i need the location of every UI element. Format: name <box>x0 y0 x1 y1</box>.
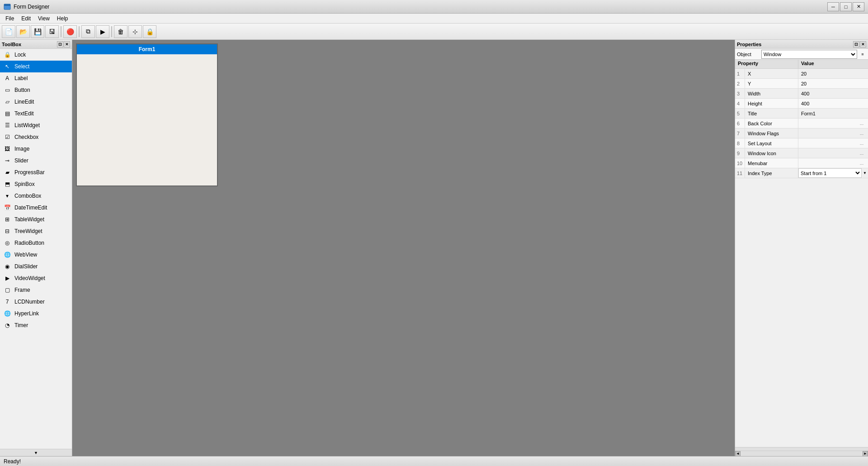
props-index-type-select[interactable]: Start from 1Start from 0 <box>798 168 862 178</box>
toolbox-item-videowidget[interactable]: ▶VideoWidget <box>0 272 72 284</box>
props-row-edit-btn-window-icon[interactable]: … <box>858 148 865 158</box>
toolbox-float-button[interactable]: ⊡ <box>57 41 63 48</box>
props-row-edit-btn-set-layout[interactable]: … <box>858 138 865 148</box>
toolbox-item-slider[interactable]: ⊸Slider <box>0 155 72 166</box>
toolbox-item-select[interactable]: ↖Select <box>0 61 72 72</box>
open-toolbar-button[interactable]: 📂 <box>16 25 30 38</box>
props-row-name-title: Title <box>745 109 798 118</box>
run-toolbar-button[interactable]: ▶ <box>96 25 109 38</box>
props-row-value-menubar[interactable]: … <box>798 158 868 168</box>
hyperlink-icon: 🌐 <box>4 310 11 317</box>
save-as-toolbar-button[interactable]: 💾 <box>31 25 44 38</box>
props-row-edit-btn-back-color[interactable]: … <box>858 119 865 128</box>
frame-icon: ▢ <box>4 286 11 294</box>
props-row-edit-btn-menubar[interactable]: … <box>858 158 865 168</box>
toolbox-item-label-datetimeedit: DateTimeEdit <box>14 204 47 211</box>
stop-toolbar-button[interactable]: 🔴 <box>63 25 77 38</box>
datetimeedit-icon: 📅 <box>4 204 11 211</box>
delete-toolbar-button[interactable]: 🗑 <box>114 25 127 38</box>
props-object-menu-btn[interactable]: ≡ <box>859 50 866 59</box>
menu-item-view[interactable]: View <box>34 14 53 23</box>
toolbox-item-checkbox[interactable]: ☑Checkbox <box>0 131 72 143</box>
form-body[interactable] <box>77 54 217 185</box>
toolbox-item-label-lock: Lock <box>14 52 26 58</box>
menu-item-edit[interactable]: Edit <box>18 14 34 23</box>
toolbox-item-hyperlink[interactable]: 🌐HyperLink <box>0 308 72 319</box>
toolbox-title: ToolBox <box>2 42 21 47</box>
select-toolbar-button[interactable]: ⊹ <box>128 25 142 38</box>
props-close-button[interactable]: ✕ <box>860 41 866 48</box>
props-value-text-x: 20 <box>801 71 807 76</box>
save-toolbar-button[interactable]: 🖫 <box>45 25 59 38</box>
toolbox-list: 🔒Lock↖SelectALabel▭Button▱LineEdit▤TextE… <box>0 49 72 449</box>
props-row-value-back-color[interactable]: … <box>798 119 868 128</box>
props-row-name-back-color: Back Color <box>745 119 798 128</box>
toolbox-scroll-down[interactable]: ▼ <box>0 449 72 456</box>
toolbox-item-button[interactable]: ▭Button <box>0 84 72 96</box>
toolbox-item-lineedit[interactable]: ▱LineEdit <box>0 96 72 108</box>
menu-item-file[interactable]: File <box>2 14 18 23</box>
toolbox-item-label-dialslider: DialSlider <box>14 263 38 270</box>
props-row-num-9: 9 <box>735 148 745 158</box>
props-object-row: Object Window ≡ <box>735 49 868 60</box>
toolbox-item-label[interactable]: ALabel <box>0 72 72 84</box>
progressbar-icon: ▰ <box>4 169 11 176</box>
props-hscroll-left[interactable]: ◄ <box>735 451 741 456</box>
toolbox-item-dialslider[interactable]: ◉DialSlider <box>0 261 72 272</box>
props-scroll-area[interactable] <box>735 447 868 451</box>
props-hscroll[interactable]: ◄ ► <box>735 451 868 456</box>
props-row-value-set-layout[interactable]: … <box>798 138 868 148</box>
props-row-name-menubar: Menubar <box>745 158 798 168</box>
canvas-area[interactable]: Form1 <box>72 40 735 456</box>
toolbox-item-image[interactable]: 🖼Image <box>0 143 72 155</box>
props-hscroll-right[interactable]: ► <box>863 451 868 456</box>
new-toolbar-button[interactable]: 📄 <box>2 25 15 38</box>
props-row-num-2: 2 <box>735 79 745 88</box>
props-row-value-window-flags[interactable]: … <box>798 128 868 138</box>
toolbox-item-label-webview: WebView <box>14 252 37 258</box>
toolbox-item-treewidget[interactable]: ⊟TreeWidget <box>0 225 72 237</box>
toolbox-item-textedit[interactable]: ▤TextEdit <box>0 108 72 119</box>
toolbox-item-label-hyperlink: HyperLink <box>14 310 39 317</box>
select-icon: ↖ <box>4 63 11 70</box>
toolbox-item-label-textedit: TextEdit <box>14 110 34 117</box>
props-value-text-title: Form1 <box>801 111 816 116</box>
toolbox-item-lock[interactable]: 🔒Lock <box>0 49 72 61</box>
props-row-name-set-layout: Set Layout <box>745 138 798 148</box>
toolbox-item-lcdnumber[interactable]: 7LCDNumber <box>0 296 72 308</box>
props-float-button[interactable]: ⊡ <box>853 41 859 48</box>
toolbox-item-frame[interactable]: ▢Frame <box>0 284 72 296</box>
toolbox-item-timer[interactable]: ◔Timer <box>0 319 72 331</box>
toolbox-item-datetimeedit[interactable]: 📅DateTimeEdit <box>0 202 72 214</box>
props-row-name-y: Y <box>745 79 798 88</box>
menu-item-help[interactable]: Help <box>53 14 72 23</box>
toolbox-item-combobox[interactable]: ▾ComboBox <box>0 190 72 202</box>
form-window[interactable]: Form1 <box>76 43 218 186</box>
props-row-name-height: Height <box>745 99 798 108</box>
props-index-type-dropdown-btn[interactable]: ▼ <box>862 168 868 178</box>
maximize-button[interactable]: □ <box>840 2 852 11</box>
app-icon <box>4 3 11 10</box>
toolbox-item-listwidget[interactable]: ☰ListWidget <box>0 119 72 131</box>
close-button[interactable]: ✕ <box>853 2 864 11</box>
props-row-width: 3Width400 <box>735 89 868 99</box>
toolbox-item-radiobutton[interactable]: ◎RadioButton <box>0 237 72 249</box>
timer-icon: ◔ <box>4 322 11 329</box>
toolbox-close-button[interactable]: ✕ <box>64 41 70 48</box>
props-row-edit-btn-window-flags[interactable]: … <box>858 128 865 138</box>
toolbox-item-progressbar[interactable]: ▰ProgressBar <box>0 166 72 178</box>
toolbox-item-tablewidget[interactable]: ⊞TableWidget <box>0 214 72 225</box>
props-row-value-index-type[interactable]: Start from 1Start from 0▼ <box>798 168 868 178</box>
minimize-button[interactable]: ─ <box>827 2 839 11</box>
props-value-text-height: 400 <box>801 101 809 106</box>
package-toolbar-button[interactable]: 🔒 <box>143 25 156 38</box>
toolbox-item-webview[interactable]: 🌐WebView <box>0 249 72 261</box>
props-object-select[interactable]: Window <box>761 50 857 59</box>
svg-rect-1 <box>4 4 10 6</box>
props-row-value-window-icon[interactable]: … <box>798 148 868 158</box>
copy-toolbar-button[interactable]: ⧉ <box>81 25 95 38</box>
treewidget-icon: ⊟ <box>4 228 11 235</box>
props-row-value-width: 400 <box>798 89 868 98</box>
toolbox-header-buttons: ⊡ ✕ <box>57 41 70 48</box>
toolbox-item-spinbox[interactable]: ⬒SpinBox <box>0 178 72 190</box>
